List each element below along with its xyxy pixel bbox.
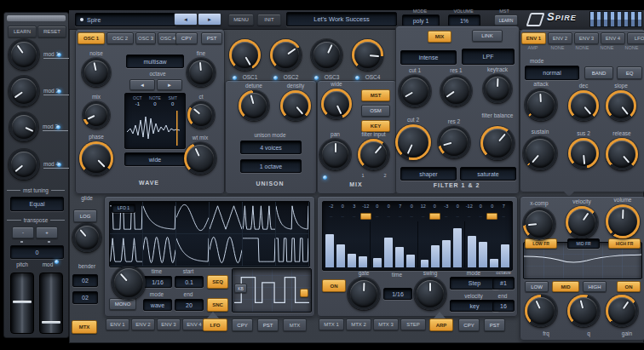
arp-bar-12[interactable]	[453, 228, 462, 267]
mixer-osc3-knob[interactable]	[311, 39, 342, 71]
eq-velocity-knob[interactable]	[566, 206, 598, 238]
mix-mst-button[interactable]: MST	[361, 89, 390, 101]
eq-gain-knob[interactable]	[606, 295, 638, 327]
env-band-button[interactable]: BAND	[584, 66, 613, 79]
env-sus2-knob[interactable]	[568, 138, 599, 169]
menu-button[interactable]: MENU	[228, 14, 254, 26]
arp-bar-16[interactable]	[501, 244, 509, 267]
arp-step-marker-6[interactable]: --	[383, 213, 395, 219]
arp-copy-button[interactable]: CPY	[458, 318, 480, 331]
lfo-tab-2[interactable]: ENV 2	[131, 318, 155, 330]
osc-fine-knob[interactable]	[187, 58, 216, 87]
arp-bar-6[interactable]	[384, 238, 393, 267]
lfo-shape-spike-3[interactable]	[110, 234, 143, 267]
lfo-shape-spike-4[interactable]	[243, 202, 276, 234]
osc-paste-button[interactable]: PST	[201, 32, 222, 44]
osc-tab-2[interactable]: OSC 2	[106, 32, 134, 44]
filter-type-display[interactable]: LPF	[462, 49, 515, 65]
arp-step-marker-7[interactable]: --	[394, 213, 406, 219]
mix-key-button[interactable]: KEY	[361, 120, 390, 132]
env-tab-1[interactable]: ENV 1	[521, 32, 546, 44]
arp-octave-display[interactable]: #1	[492, 277, 515, 290]
lfo-shape-decay-2[interactable]	[276, 202, 309, 234]
mod2-knob[interactable]	[9, 76, 39, 106]
filter-res1-knob[interactable]	[440, 75, 472, 106]
arp-gate-knob[interactable]	[348, 278, 380, 310]
env-tab-3[interactable]: ENV 3	[574, 32, 599, 44]
volume-display[interactable]: 1%	[448, 14, 480, 26]
arp-bar-5[interactable]	[373, 258, 382, 267]
glide-knob[interactable]	[72, 223, 101, 252]
eq-high-button[interactable]: HIGH	[583, 281, 607, 292]
arp-tab-3[interactable]: MTX 3	[373, 318, 399, 330]
env-slope-knob[interactable]	[606, 90, 636, 121]
arp-time-display[interactable]: 1/16	[383, 288, 412, 300]
lfo-shape-sine-2[interactable]	[210, 234, 243, 267]
mix-pan-knob[interactable]	[319, 139, 351, 170]
transpose-display[interactable]: 0	[10, 245, 64, 259]
lfo-active-tab[interactable]: LFO	[203, 318, 227, 331]
lfo-shape-sine-3[interactable]	[143, 234, 176, 267]
eq-volume-knob[interactable]	[606, 204, 640, 238]
filter-res2-knob[interactable]	[438, 126, 470, 158]
preset-name-display[interactable]: Let's Work Success	[286, 12, 397, 26]
arp-bar-1[interactable]	[325, 234, 334, 267]
env-release-knob[interactable]	[606, 138, 638, 170]
arp-bar-8[interactable]	[406, 255, 415, 267]
arp-bar-13[interactable]	[468, 236, 476, 267]
unison-detune-knob[interactable]	[239, 90, 269, 121]
lfo-copy-button[interactable]: CPY	[232, 318, 253, 331]
arp-bar-9[interactable]	[421, 260, 429, 267]
lfo-seq-button[interactable]: SEQ	[207, 275, 228, 289]
osc-copy-button[interactable]: CPY	[175, 32, 198, 44]
transpose-down-button[interactable]: -	[12, 227, 34, 238]
mixer-osc4-knob[interactable]	[352, 39, 383, 71]
lfo-kb-button[interactable]: KB	[234, 284, 247, 293]
osc-mix-knob[interactable]	[83, 101, 110, 129]
filter-mix-button[interactable]: MIX	[428, 31, 451, 43]
mix-wide-knob[interactable]	[321, 89, 352, 119]
lfo-paste-button[interactable]: PST	[257, 318, 279, 331]
lfo-mode-display[interactable]: wave	[143, 299, 172, 311]
lfo-shape-decay-1[interactable]	[176, 234, 210, 267]
arp-paste-button[interactable]: PST	[484, 318, 505, 331]
arp-bar-14[interactable]	[479, 242, 487, 267]
lfo-tab-3[interactable]: ENV 3	[157, 318, 181, 330]
lfo-start-display[interactable]: 0.1	[175, 276, 204, 288]
env-decay-knob[interactable]	[568, 90, 599, 121]
preset-browser-display[interactable]: Spire	[75, 13, 176, 26]
arp-step-marker-10[interactable]	[429, 213, 441, 219]
lfo-shape-grid-display[interactable]	[109, 201, 310, 267]
arp-tab-1[interactable]: MTX 1	[319, 318, 344, 330]
lfo-shape-decay-1[interactable]	[143, 202, 176, 234]
arp-step-marker-5[interactable]: --	[371, 213, 383, 219]
lfo-mtx-tab[interactable]: MTX	[283, 318, 307, 331]
osc-wave-name-display[interactable]: wide	[124, 152, 186, 166]
arp-bar-2[interactable]	[336, 244, 345, 267]
lfo-shape-sine-1[interactable]	[176, 202, 210, 234]
filter-keytrack-knob[interactable]	[483, 74, 512, 103]
eq-high-band-button[interactable]: HIGH FR	[608, 238, 641, 249]
unison-octave-display[interactable]: 1 octave	[240, 159, 302, 173]
filter-mode-display[interactable]: intense	[400, 50, 457, 65]
eq-low-button[interactable]: LOW	[525, 281, 549, 292]
glide-mtx-button[interactable]: MTX	[72, 320, 97, 334]
arp-step-marker-3[interactable]: --	[348, 213, 360, 219]
preset-next-button[interactable]: ►	[198, 13, 221, 26]
filter-cut1-knob[interactable]	[399, 75, 431, 107]
bender-down-display[interactable]: 02	[72, 291, 98, 304]
preset-prev-button[interactable]: ◄	[174, 13, 198, 26]
arp-velocity-bars[interactable]	[325, 221, 509, 267]
arp-swing-knob[interactable]	[414, 278, 446, 310]
unison-density-knob[interactable]	[280, 90, 311, 121]
lfo-end-display[interactable]: 20	[175, 299, 204, 311]
arp-end-display[interactable]: 16	[492, 300, 515, 312]
init-button[interactable]: INIT	[257, 14, 281, 26]
arp-bar-3[interactable]	[348, 254, 356, 267]
lfo-snc-button[interactable]: SNC	[207, 298, 228, 312]
mst-tuning-display[interactable]: Equal	[10, 197, 64, 211]
sidebar-learn-button[interactable]: LEARN	[8, 26, 37, 37]
env-sustain-knob[interactable]	[523, 136, 557, 170]
arp-step-marker-16[interactable]: --	[498, 213, 510, 219]
osc-mode-display[interactable]: multisaw	[126, 55, 184, 68]
